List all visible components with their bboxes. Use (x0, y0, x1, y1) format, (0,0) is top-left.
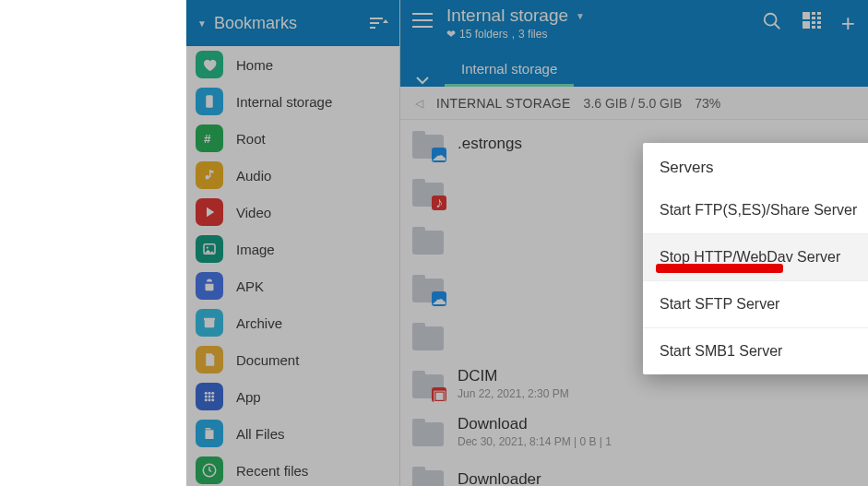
server-option-label: Start SMB1 Server (660, 343, 782, 360)
app-root: ▼ Bookmarks HomeInternal storage#RootAud… (186, 0, 868, 486)
server-option[interactable]: Start SFTP Server (643, 280, 868, 327)
redacted-url (656, 264, 783, 273)
server-option-label: Start SFTP Server (660, 296, 779, 313)
servers-dialog: Servers ✕ Start FTP(S,ES)/Share ServerSt… (643, 143, 868, 374)
dialog-header: Servers ✕ (643, 143, 868, 187)
server-option[interactable]: Start SMB1 Server (643, 327, 868, 374)
dialog-title: Servers (660, 159, 714, 177)
server-option[interactable]: Stop HTTP/WebDav Server (643, 233, 868, 280)
server-option[interactable]: Start FTP(S,ES)/Share Server (643, 187, 868, 233)
server-option-label: Start FTP(S,ES)/Share Server (660, 202, 857, 219)
